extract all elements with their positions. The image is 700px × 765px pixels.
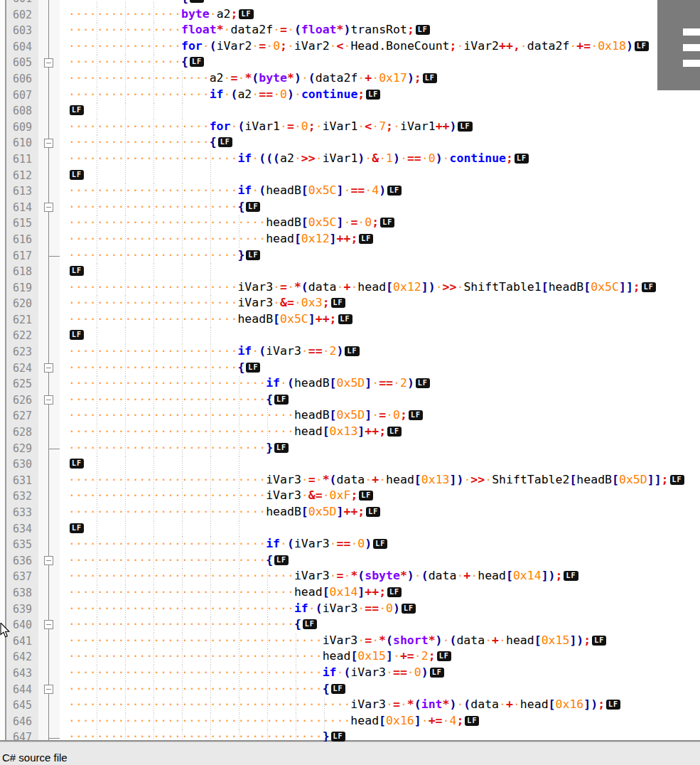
bookmark-margin	[0, 488, 6, 505]
fold-collapse-icon[interactable]	[44, 556, 53, 565]
fold-collapse-icon[interactable]	[44, 363, 53, 373]
code-line: 628································head[…	[0, 424, 700, 441]
code-text-area[interactable]: ················{LF	[60, 55, 700, 71]
code-text-area[interactable]: ········································…	[60, 697, 700, 714]
fold-collapse-icon[interactable]	[44, 58, 53, 68]
line-number: 625	[6, 376, 38, 392]
code-editor[interactable]: 601················{LF602···············…	[0, 0, 700, 742]
line-number: 626	[6, 392, 38, 409]
code-text-area[interactable]: ····················if·(a2·==·0)·continu…	[60, 87, 700, 104]
code-text-area[interactable]: ································head[0x1…	[60, 424, 700, 441]
bookmark-margin	[0, 505, 6, 521]
code-text-area[interactable]: ························headB[0x5C]++;LF	[60, 312, 700, 328]
fold-margin	[38, 0, 60, 7]
line-number: 619	[6, 280, 38, 296]
line-number: 623	[6, 344, 38, 360]
bookmark-margin	[0, 521, 6, 537]
bookmark-margin	[0, 39, 6, 55]
bookmark-margin	[0, 376, 6, 392]
code-text-area[interactable]: ················float*·data2f·=·(float*)…	[60, 23, 700, 39]
fold-margin	[38, 23, 60, 39]
code-text-area[interactable]: ····························if·(iVar3·==…	[60, 537, 700, 553]
code-text-area[interactable]: ········································…	[60, 714, 700, 730]
code-text-area[interactable]: LF	[60, 264, 700, 280]
code-line: 645·····································…	[0, 697, 700, 714]
code-text-area[interactable]: LF	[60, 521, 700, 537]
code-text-area[interactable]: ················{LF	[60, 0, 700, 7]
code-text-area[interactable]: ························if·(headB[0x5C]·…	[60, 183, 700, 200]
bookmark-margin	[0, 135, 6, 151]
code-text-area[interactable]: ····················for·(iVar1·=·0;·iVar…	[60, 119, 700, 136]
code-text-area[interactable]: ························{LF	[60, 360, 700, 377]
code-line: 637································iVar3…	[0, 569, 700, 585]
code-text-area[interactable]: ························if·(((a2·>>·iVar…	[60, 151, 700, 168]
fold-collapse-icon[interactable]	[44, 139, 53, 148]
code-text-area[interactable]: LF	[60, 328, 700, 344]
code-text-area[interactable]: LF	[60, 168, 700, 184]
eol-mark: LF	[331, 684, 345, 694]
code-text-area[interactable]: ································if·(iVar…	[60, 601, 700, 618]
code-text-area[interactable]: ····················{LF	[60, 135, 700, 151]
fold-end-icon	[48, 256, 60, 257]
code-line: 627································headB…	[0, 408, 700, 424]
fold-margin	[38, 312, 60, 328]
code-text-area[interactable]: ································iVar3·=·…	[60, 569, 700, 585]
code-text-area[interactable]: ····························iVar3·&=·0xF…	[60, 488, 700, 505]
code-text-area[interactable]: ····································head…	[60, 649, 700, 665]
code-text-area[interactable]: ····················a2·=·*(byte*)·(data2…	[60, 71, 700, 87]
code-text-area[interactable]: ····································{LF	[60, 682, 700, 698]
code-text-area[interactable]: ····························iVar3·=·*(da…	[60, 473, 700, 489]
eol-mark: LF	[303, 619, 317, 629]
code-content: ····························headB[0x5C]·…	[60, 215, 700, 229]
fold-collapse-icon[interactable]	[44, 685, 53, 694]
code-text-area[interactable]: LF	[60, 456, 700, 473]
fold-margin	[38, 376, 60, 392]
bookmark-margin	[0, 456, 6, 473]
code-text-area[interactable]: ····························head[0x12]++…	[60, 232, 700, 248]
fold-collapse-icon[interactable]	[44, 620, 53, 629]
code-text-area[interactable]: ················byte·a2;LF	[60, 7, 700, 23]
code-text-area[interactable]: ································headB[0x…	[60, 408, 700, 424]
code-line: 631····························iVar3·=·*…	[0, 473, 700, 489]
code-text-area[interactable]: ····························headB[0x5D]+…	[60, 505, 700, 521]
fold-collapse-icon[interactable]	[44, 395, 53, 405]
code-line: 623························if·(iVar3·==·…	[0, 344, 700, 360]
code-content: ····································{LF	[60, 682, 700, 695]
code-text-area[interactable]: ····································}LF	[60, 729, 700, 742]
code-text-area[interactable]: ····························headB[0x5C]·…	[60, 215, 700, 232]
code-text-area[interactable]: ····································if·(…	[60, 665, 700, 682]
code-text-area[interactable]: ················for·(iVar2·=·0;·iVar2·<·…	[60, 39, 700, 55]
fold-line	[48, 296, 49, 312]
fold-margin	[38, 119, 60, 136]
menu-button[interactable]	[657, 0, 700, 90]
line-number: 635	[6, 537, 38, 553]
eol-mark: LF	[670, 475, 684, 485]
code-text-area[interactable]: ································head[0x1…	[60, 585, 700, 601]
code-content: ····················for·(iVar1·=·0;·iVar…	[60, 119, 700, 133]
code-text-area[interactable]: ························iVar3·&=·0x3;LF	[60, 296, 700, 312]
code-text-area[interactable]: ····························{LF	[60, 392, 700, 409]
line-number: 605	[6, 55, 38, 71]
line-number: 618	[6, 264, 38, 280]
eol-mark: LF	[373, 539, 387, 549]
code-line: 619························iVar3·=·*(dat…	[0, 280, 700, 296]
code-text-area[interactable]: ························iVar3·=·*(data·+…	[60, 280, 700, 296]
bookmark-margin	[0, 633, 6, 650]
code-text-area[interactable]: ····································iVar…	[60, 633, 700, 650]
fold-collapse-icon[interactable]	[44, 203, 53, 212]
bookmark-margin	[0, 248, 6, 264]
code-line: 609····················for·(iVar1·=·0;·i…	[0, 119, 700, 136]
fold-margin	[38, 296, 60, 312]
code-text-area[interactable]: ································{LF	[60, 617, 700, 633]
code-line: 607····················if·(a2·==·0)·cont…	[0, 87, 700, 104]
code-text-area[interactable]: ························if·(iVar3·==·2)L…	[60, 344, 700, 360]
fold-line	[48, 39, 49, 55]
code-text-area[interactable]: ························{LF	[60, 200, 700, 216]
code-text-area[interactable]: ····························if·(headB[0x…	[60, 376, 700, 392]
code-line: 633····························headB[0x5…	[0, 505, 700, 521]
code-text-area[interactable]: LF	[60, 103, 700, 119]
fold-margin	[38, 714, 60, 730]
code-text-area[interactable]: ····························{LF	[60, 553, 700, 569]
code-text-area[interactable]: ························}LF	[60, 248, 700, 264]
code-text-area[interactable]: ····························}LF	[60, 441, 700, 457]
